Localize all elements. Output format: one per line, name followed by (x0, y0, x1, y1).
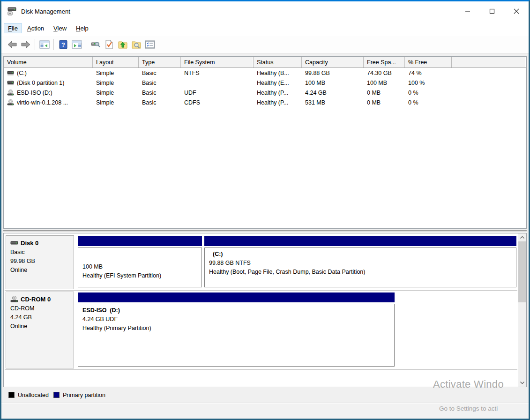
minimize-button[interactable] (455, 1, 480, 21)
maximize-button[interactable] (480, 1, 504, 21)
disk-name: Disk 0 (21, 240, 38, 247)
disk-type: CD-ROM (10, 304, 71, 313)
primary-partition-strip (78, 236, 202, 246)
legend-primary-partition: Primary partition (53, 392, 105, 398)
graphical-view-pane: Disk 0 Basic 99.98 GB Online 100 MB Heal… (3, 233, 527, 387)
titlebar: Disk Management (1, 1, 529, 21)
cdrom-icon (10, 296, 18, 303)
primary-partition-strip (78, 292, 395, 302)
check-disk-icon[interactable] (102, 38, 116, 51)
primary-partition-swatch (53, 392, 60, 398)
drive-icon (7, 80, 14, 86)
toolbar-separator (86, 39, 86, 50)
rescan-disks-icon[interactable] (89, 38, 102, 51)
table-row[interactable]: (C:) Simple Basic NTFS Healthy (B... 99.… (4, 68, 526, 78)
table-row[interactable]: (Disk 0 partition 1) Simple Basic Health… (4, 78, 526, 88)
cdrom-0-label-box[interactable]: CD-ROM 0 CD-ROM 4.24 GB Online (6, 292, 74, 368)
menubar: File Action View Help (1, 21, 529, 36)
toolbar: ? (1, 36, 529, 53)
unallocated-swatch (8, 392, 15, 398)
esd-iso-partition[interactable]: ESD-ISO (D:) 4.24 GB UDF Healthy (Primar… (78, 292, 395, 367)
column-header-type[interactable]: Type (139, 57, 181, 68)
disk-0-row: Disk 0 Basic 99.98 GB Online 100 MB Heal… (5, 234, 517, 291)
toolbar-separator (53, 39, 54, 50)
disk-type: Basic (10, 248, 71, 257)
scrollbar-thumb[interactable] (518, 241, 526, 302)
legend-bar: Unallocated Primary partition (3, 387, 527, 403)
primary-partition-strip (204, 236, 516, 246)
scroll-down-icon[interactable] (518, 379, 526, 387)
disk-status: Online (10, 322, 71, 331)
cdrom-icon (7, 90, 14, 96)
back-icon[interactable] (5, 38, 19, 51)
column-header-volume[interactable]: Volume (4, 57, 93, 68)
help-icon[interactable]: ? (56, 38, 70, 51)
efi-partition[interactable]: 100 MB Healthy (EFI System Partition) (78, 236, 202, 287)
status-bar (1, 403, 529, 419)
menu-file[interactable]: File (4, 23, 22, 33)
cdrom-icon (7, 99, 14, 106)
c-drive-partition[interactable]: (C:) 99.88 GB NTFS Healthy (Boot, Page F… (204, 236, 516, 287)
scroll-up-icon[interactable] (518, 233, 526, 241)
window-title: Disk Management (21, 8, 70, 15)
menu-view[interactable]: View (49, 23, 71, 33)
cdrom-0-row: CD-ROM 0 CD-ROM 4.24 GB Online ESD-ISO (… (5, 291, 517, 370)
toolbar-separator (35, 39, 35, 50)
disk-size: 4.24 GB (10, 313, 71, 322)
svg-text:?: ? (61, 41, 65, 48)
disk-status: Online (10, 266, 71, 275)
drive-icon (10, 240, 18, 246)
volume-list-header: Volume Layout Type File System Status Ca… (4, 57, 526, 68)
folder-search-icon[interactable] (129, 38, 143, 51)
pane-splitter[interactable] (3, 229, 527, 233)
close-button[interactable] (504, 1, 529, 21)
disk-size: 99.98 GB (10, 257, 71, 266)
column-header-status[interactable]: Status (254, 57, 302, 68)
vertical-scrollbar[interactable] (518, 233, 526, 387)
legend-unallocated: Unallocated (8, 392, 49, 398)
disk-management-app-icon (7, 7, 17, 16)
column-header-pct-free[interactable]: % Free (405, 57, 452, 68)
forward-icon[interactable] (19, 38, 32, 51)
disk-management-window: Disk Management File Action View Help (0, 0, 530, 420)
menu-action[interactable]: Action (23, 23, 48, 33)
column-header-capacity[interactable]: Capacity (302, 57, 364, 68)
drive-icon (7, 70, 14, 76)
column-header-layout[interactable]: Layout (93, 57, 139, 68)
column-header-free-space[interactable]: Free Spa... (364, 57, 405, 68)
disk-0-label-box[interactable]: Disk 0 Basic 99.98 GB Online (6, 235, 74, 289)
show-console-tree-icon[interactable] (37, 38, 51, 51)
disk-name: CD-ROM 0 (21, 296, 51, 303)
table-row[interactable]: virtio-win-0.1.208 ... Simple Basic CDFS… (4, 98, 526, 107)
show-action-pane-icon[interactable] (70, 38, 83, 51)
properties-list-icon[interactable] (143, 38, 157, 51)
console-area: Volume Layout Type File System Status Ca… (3, 56, 527, 403)
volume-list: Volume Layout Type File System Status Ca… (3, 56, 527, 229)
menu-help[interactable]: Help (72, 23, 93, 33)
table-row[interactable]: ESD-ISO (D:) Simple Basic UDF Healthy (P… (4, 88, 526, 98)
column-header-blank (452, 57, 526, 68)
column-header-file-system[interactable]: File System (181, 57, 254, 68)
folder-up-icon[interactable] (116, 38, 129, 51)
